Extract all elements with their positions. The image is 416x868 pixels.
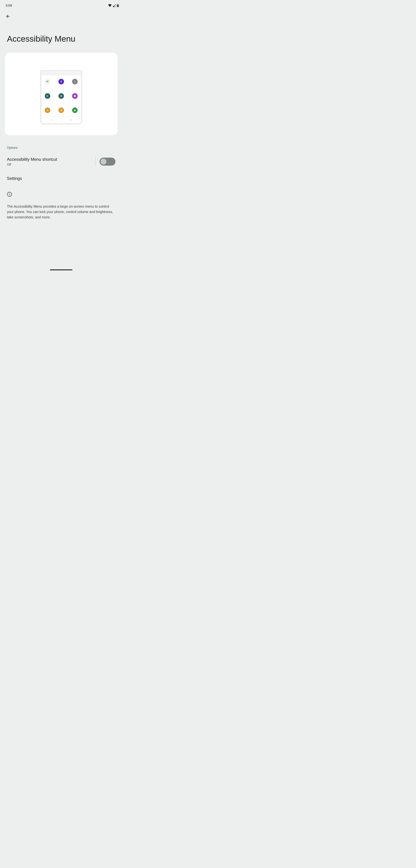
- preview-card: [5, 53, 117, 135]
- phone-mockup-content: [42, 75, 80, 123]
- settings-row[interactable]: Settings: [0, 170, 123, 187]
- svg-rect-2: [117, 5, 118, 7]
- phone-mockup-nav: [42, 117, 80, 123]
- wifi-icon: [108, 4, 112, 7]
- status-icons: [108, 4, 119, 7]
- info-block: The Accessibility Menu provides a large …: [0, 187, 123, 225]
- shortcut-text-area: Accessibility Menu shortcut Off: [7, 157, 92, 166]
- phone-mockup-statusbar: [41, 71, 82, 74]
- brightness-down-icon: [45, 107, 50, 113]
- battery-icon: [117, 4, 119, 7]
- shortcut-title: Accessibility Menu shortcut: [7, 157, 92, 162]
- svg-point-5: [48, 82, 48, 82]
- info-icon-wrap: [7, 192, 115, 197]
- arrow-left-icon: [50, 119, 53, 121]
- status-time: 3:09: [5, 4, 12, 7]
- section-label-options: Options: [0, 137, 123, 153]
- info-icon: [7, 192, 12, 197]
- svg-point-9: [61, 110, 62, 111]
- settings-title: Settings: [7, 176, 115, 181]
- page-title: Accessibility Menu: [0, 22, 123, 51]
- toggle-knob: [101, 159, 106, 164]
- volume-down-icon: [45, 93, 50, 99]
- volume-up-icon: [59, 93, 64, 99]
- info-text: The Accessibility Menu provides a large …: [7, 204, 115, 220]
- status-bar: 3:09: [0, 0, 123, 10]
- mockup-nav-next: [61, 117, 81, 123]
- mockup-nav-prev: [42, 117, 61, 123]
- back-arrow-icon: [5, 14, 10, 19]
- back-button[interactable]: [0, 10, 123, 22]
- phone-mockup: [40, 70, 82, 124]
- gesture-nav-pill[interactable]: [50, 270, 72, 270]
- svg-point-6: [47, 82, 47, 83]
- brightness-up-icon: [59, 107, 64, 113]
- preview-icon-grid: [43, 79, 79, 117]
- lock-icon: [72, 107, 78, 113]
- svg-point-8: [47, 110, 48, 111]
- shortcut-toggle[interactable]: [100, 158, 115, 166]
- vibrate-icon: [72, 93, 78, 99]
- svg-point-3: [46, 81, 47, 82]
- svg-point-4: [48, 81, 48, 82]
- shortcut-status: Off: [7, 163, 92, 166]
- accessibility-icon: [59, 79, 64, 84]
- cellular-icon: [113, 4, 116, 7]
- arrow-right-icon: [70, 119, 72, 121]
- shortcut-row[interactable]: Accessibility Menu shortcut Off: [0, 153, 123, 170]
- svg-point-7: [61, 81, 62, 81]
- power-icon: [72, 79, 78, 84]
- assistant-icon: [45, 79, 50, 84]
